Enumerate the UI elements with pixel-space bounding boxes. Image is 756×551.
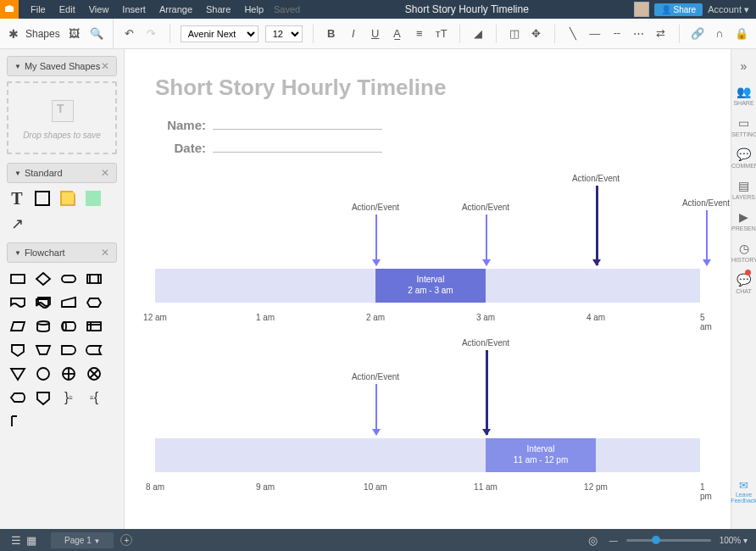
text-align-icon[interactable]: ≡ <box>412 26 427 42</box>
drop-zone[interactable]: Drop shapes to save <box>7 81 117 154</box>
menu-edit[interactable]: Edit <box>53 4 82 14</box>
close-icon[interactable]: ✕ <box>101 247 109 259</box>
fc-brace-right[interactable]: }≡ <box>58 387 80 409</box>
fill-icon[interactable]: ◢ <box>470 26 486 42</box>
interval-block[interactable]: Interval2 am - 3 am <box>375 269 486 303</box>
event-label[interactable]: Action/Event <box>462 338 509 348</box>
page-tab[interactable]: Page 1 ▼ <box>51 532 114 548</box>
event-label[interactable]: Action/Event <box>352 203 399 212</box>
undo-icon[interactable]: ↶ <box>122 26 137 42</box>
close-icon[interactable]: ✕ <box>101 167 109 179</box>
add-page-button[interactable]: + <box>120 534 132 546</box>
fc-offpage[interactable] <box>7 339 29 361</box>
standard-panel-header[interactable]: ▼ Standard ✕ <box>7 163 117 183</box>
fc-note[interactable] <box>7 410 29 432</box>
interval-block[interactable]: Interval11 am - 12 pm <box>486 438 596 472</box>
rightbar-comment[interactable]: 💬COMMENT <box>731 142 756 174</box>
event-arrow[interactable] <box>596 186 598 265</box>
event-arrow[interactable] <box>375 214 377 265</box>
fc-internal[interactable] <box>83 315 105 337</box>
event-arrow[interactable] <box>486 214 487 265</box>
size-select[interactable]: 12 pt <box>265 25 303 42</box>
event-label[interactable]: Action/Event <box>352 372 399 381</box>
list-view-icon[interactable]: ☰ <box>8 532 24 548</box>
fc-manual-op[interactable] <box>32 339 54 361</box>
zoom-label[interactable]: 100% ▾ <box>720 536 748 545</box>
fc-multidoc[interactable] <box>32 292 54 314</box>
note-shape[interactable] <box>58 188 78 209</box>
menu-insert[interactable]: Insert <box>115 4 153 14</box>
app-logo[interactable] <box>0 0 19 19</box>
fc-offpage2[interactable] <box>32 387 54 409</box>
gear-icon[interactable]: ✱ <box>8 27 19 41</box>
feedback-button[interactable]: ✉LeaveFeedback <box>731 479 756 504</box>
fc-decision[interactable] <box>32 268 54 290</box>
fc-connector[interactable] <box>32 363 54 385</box>
canvas-area[interactable]: Short Story Hourly Timeline Name: Date: … <box>125 49 731 529</box>
fc-database[interactable] <box>32 315 54 337</box>
fc-direct-data[interactable] <box>58 315 80 337</box>
arrow-shape[interactable]: ↗ <box>7 214 27 234</box>
fc-delay[interactable] <box>58 339 80 361</box>
fc-document[interactable] <box>7 292 29 314</box>
event-arrow[interactable] <box>375 384 377 435</box>
bold-icon[interactable]: B <box>324 26 339 42</box>
rightbar-layers[interactable]: ▤LAYERS <box>731 174 756 205</box>
account-menu[interactable]: Account ▾ <box>708 4 749 15</box>
menu-share[interactable]: Share <box>199 4 237 14</box>
underline-icon[interactable]: U <box>368 26 383 42</box>
flowchart-panel-header[interactable]: ▼ Flowchart ✕ <box>7 242 117 263</box>
arrow-swap-icon[interactable]: ⇄ <box>653 26 669 42</box>
event-arrow[interactable] <box>486 350 488 435</box>
lock-icon[interactable]: 🔒 <box>734 26 749 42</box>
text-size-icon[interactable]: тT <box>434 26 449 42</box>
image-frame-icon[interactable]: ◫ <box>507 26 522 42</box>
rightbar-expand[interactable]: » <box>731 54 756 80</box>
search-icon[interactable]: 🔍 <box>89 26 104 42</box>
block-shape[interactable] <box>83 188 103 209</box>
event-label[interactable]: Action/Event <box>682 198 730 208</box>
fc-preparation[interactable] <box>83 292 105 314</box>
fc-display[interactable] <box>7 387 29 409</box>
center-icon[interactable]: ✥ <box>529 26 544 42</box>
italic-icon[interactable]: I <box>346 26 361 42</box>
user-avatar[interactable] <box>634 2 649 17</box>
link-icon[interactable]: 🔗 <box>690 26 705 42</box>
event-arrow[interactable] <box>706 210 708 265</box>
menu-arrange[interactable]: Arrange <box>153 4 199 14</box>
fc-merge[interactable] <box>7 363 29 385</box>
fc-stored[interactable] <box>83 339 105 361</box>
target-icon[interactable]: ◎ <box>586 532 601 548</box>
page-heading[interactable]: Short Story Hourly Timeline <box>155 75 700 101</box>
grid-view-icon[interactable]: ▦ <box>24 532 39 548</box>
menu-view[interactable]: View <box>82 4 116 14</box>
event-label[interactable]: Action/Event <box>462 203 509 212</box>
rightbar-share[interactable]: 👥SHARE <box>731 80 756 111</box>
fc-predef[interactable] <box>83 268 105 290</box>
fc-brace-left[interactable]: ≡{ <box>83 387 105 409</box>
rightbar-present[interactable]: ▶PRESENT <box>731 205 756 237</box>
menu-help[interactable]: Help <box>237 4 270 14</box>
saved-shapes-panel-header[interactable]: ▼ My Saved Shapes ✕ <box>7 56 117 76</box>
line-solid-icon[interactable]: — <box>587 26 603 42</box>
rightbar-chat[interactable]: 💬CHAT <box>731 268 756 299</box>
fc-terminator[interactable] <box>58 268 80 290</box>
timeline-1[interactable]: Interval2 am - 3 am12 am1 am2 am3 am4 am… <box>155 159 700 345</box>
line-dashed-icon[interactable]: ╌ <box>609 26 625 42</box>
fc-junction[interactable] <box>83 363 105 385</box>
text-color-icon[interactable]: A̲ <box>390 26 405 42</box>
event-label[interactable]: Action/Event <box>572 174 620 183</box>
line-dotted-icon[interactable]: ⋯ <box>631 26 647 42</box>
zoom-slider[interactable] <box>626 539 711 542</box>
fc-process[interactable] <box>7 268 29 290</box>
timeline-2[interactable]: Interval11 am - 12 pm8 am9 am10 am11 am1… <box>155 328 700 506</box>
text-shape[interactable]: T <box>7 188 27 209</box>
font-select[interactable]: Avenir Next <box>181 25 258 42</box>
close-icon[interactable]: ✕ <box>101 60 109 72</box>
fc-or[interactable] <box>58 363 80 385</box>
rect-shape[interactable] <box>32 188 53 209</box>
redo-icon[interactable]: ↷ <box>144 26 159 42</box>
fc-data[interactable] <box>7 315 29 337</box>
rightbar-history[interactable]: ◷HISTORY <box>731 237 756 268</box>
rightbar-settings[interactable]: ▭SETTINGS <box>731 111 756 142</box>
